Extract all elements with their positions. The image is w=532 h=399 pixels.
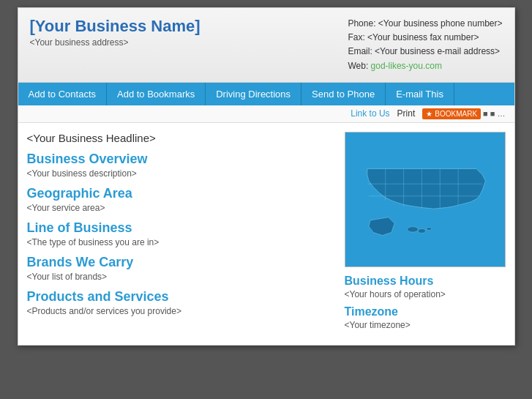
web-link[interactable]: god-likes-you.com <box>371 61 442 71</box>
navbar: Add to Contacts Add to Bookmarks Driving… <box>18 83 514 105</box>
nav-email-this[interactable]: E-mail This <box>386 83 454 105</box>
business-hours-title: Business Hours <box>345 275 506 288</box>
business-address: <Your business address> <box>30 37 201 48</box>
timezone-title: Timezone <box>345 305 506 318</box>
map-svg <box>349 135 501 263</box>
toolbar: Link to Us Print ★ BOOKMARK ■ ■ … <box>18 105 514 123</box>
section-title-products-services: Products and Services <box>27 289 336 305</box>
email-info: Email: <Your business e-mail address> <box>348 45 502 59</box>
right-column: Business Hours <Your hours of operation>… <box>345 132 506 336</box>
section-desc-business-overview: <Your business description> <box>27 168 336 179</box>
web-label: Web: <box>348 61 370 71</box>
nav-add-to-contacts[interactable]: Add to Contacts <box>18 83 108 105</box>
bookmark-label: BOOKMARK <box>435 110 477 118</box>
svg-point-10 <box>427 228 432 231</box>
main-content: <Your Business Headline> Business Overvi… <box>18 123 514 345</box>
fax-info: Fax: <Your business fax number> <box>348 31 502 45</box>
section-title-brands: Brands We Carry <box>27 255 336 270</box>
header: [Your Business Name] <Your business addr… <box>18 8 514 83</box>
section-title-line-of-business: Line of Business <box>27 220 336 236</box>
section-line-of-business: Line of Business <The type of business y… <box>27 220 336 247</box>
section-desc-geographic-area: <Your service area> <box>27 203 336 213</box>
svg-point-9 <box>418 229 425 234</box>
print-button[interactable]: Print <box>397 108 416 119</box>
section-geographic-area: Geographic Area <Your service area> <box>27 186 336 213</box>
web-info: Web: god-likes-you.com <box>348 59 502 73</box>
page-wrapper: [Your Business Name] <Your business addr… <box>18 7 515 346</box>
business-name: [Your Business Name] <box>30 17 201 36</box>
business-headline: <Your Business Headline> <box>27 132 336 144</box>
timezone-desc: <Your timezone> <box>345 320 506 330</box>
link-us-button[interactable]: Link to Us <box>351 108 389 119</box>
header-left: [Your Business Name] <Your business addr… <box>30 17 201 48</box>
header-right: Phone: <Your business phone number> Fax:… <box>348 17 502 73</box>
timezone-section: Timezone <Your timezone> <box>345 305 506 330</box>
section-brands: Brands We Carry <Your list of brands> <box>27 255 336 282</box>
phone-info: Phone: <Your business phone number> <box>348 17 502 31</box>
nav-driving-directions[interactable]: Driving Directions <box>206 83 301 105</box>
section-business-overview: Business Overview <Your business descrip… <box>27 152 336 179</box>
bookmark-group: ★ BOOKMARK ■ ■ … <box>422 108 505 119</box>
section-title-business-overview: Business Overview <box>27 152 336 167</box>
business-hours-desc: <Your hours of operation> <box>345 289 506 299</box>
nav-add-to-bookmarks[interactable]: Add to Bookmarks <box>107 83 206 105</box>
section-title-geographic-area: Geographic Area <box>27 186 336 201</box>
nav-send-to-phone[interactable]: Send to Phone <box>301 83 386 105</box>
section-products-services: Products and Services <Products and/or s… <box>27 289 336 316</box>
section-desc-products-services: <Products and/or services you provide> <box>27 306 336 316</box>
section-desc-brands: <Your list of brands> <box>27 272 336 282</box>
left-column: <Your Business Headline> Business Overvi… <box>27 132 336 336</box>
business-hours-section: Business Hours <Your hours of operation> <box>345 275 506 299</box>
us-map <box>345 132 506 267</box>
bookmark-share-icons: ■ ■ … <box>483 109 505 118</box>
section-desc-line-of-business: <The type of business you are in> <box>27 237 336 247</box>
bookmark-button[interactable]: ★ BOOKMARK <box>422 108 481 119</box>
svg-point-8 <box>407 227 418 232</box>
bookmark-icon: ★ <box>426 110 432 118</box>
